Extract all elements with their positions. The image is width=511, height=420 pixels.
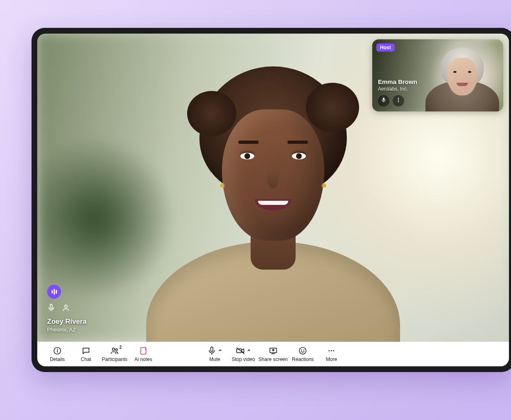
more-horizontal-icon xyxy=(327,346,336,355)
stop-video-label: Stop video xyxy=(232,356,255,362)
meeting-toolbar: Details Chat 2 Participants xyxy=(37,342,509,366)
speaking-indicator-icon xyxy=(47,285,61,299)
pip-mic-button[interactable] xyxy=(378,95,389,107)
app-screen: Host Emma Brown Aerolabs, Inc. xyxy=(37,34,509,366)
svg-point-1 xyxy=(398,100,399,100)
reactions-label: Reactions xyxy=(292,356,314,362)
chevron-up-icon[interactable] xyxy=(246,349,251,353)
svg-rect-3 xyxy=(50,304,52,309)
tablet-frame: Host Emma Brown Aerolabs, Inc. xyxy=(32,28,511,372)
share-screen-label: Share screen xyxy=(258,356,287,362)
ai-notes-label: Ai notes xyxy=(134,356,152,362)
pip-more-button[interactable] xyxy=(393,95,404,107)
speaker-subtitle: Pheonix, AZ xyxy=(47,327,86,333)
participants-icon: 2 xyxy=(110,346,119,355)
chat-icon xyxy=(81,346,90,355)
more-vertical-icon xyxy=(396,97,401,104)
svg-point-4 xyxy=(65,305,68,308)
svg-point-9 xyxy=(115,348,118,350)
svg-point-21 xyxy=(333,350,335,351)
smile-icon xyxy=(298,346,308,355)
host-badge: Host xyxy=(376,43,395,52)
chat-label: Chat xyxy=(81,356,91,362)
video-off-icon xyxy=(236,346,245,355)
person-icon xyxy=(62,304,70,313)
info-icon xyxy=(53,346,62,355)
ai-notes-icon xyxy=(139,346,148,355)
video-stage: Host Emma Brown Aerolabs, Inc. xyxy=(37,34,509,342)
self-view-thumbnail[interactable]: Host Emma Brown Aerolabs, Inc. xyxy=(372,39,503,111)
svg-point-11 xyxy=(146,350,147,351)
svg-rect-10 xyxy=(141,347,146,354)
svg-point-8 xyxy=(112,348,115,350)
pip-name: Emma Brown xyxy=(378,78,417,85)
mic-icon xyxy=(47,304,55,313)
details-button[interactable]: Details xyxy=(44,343,71,365)
mute-label: Mute xyxy=(209,356,220,362)
svg-point-19 xyxy=(329,350,330,351)
stop-video-button[interactable]: Stop video xyxy=(230,343,257,365)
participants-count-badge: 2 xyxy=(119,345,122,350)
pip-subtitle: Aerolabs, Inc. xyxy=(378,86,417,92)
svg-point-17 xyxy=(301,350,302,350)
mute-button[interactable]: Mute xyxy=(201,343,228,365)
pip-info: Emma Brown Aerolabs, Inc. xyxy=(378,78,417,107)
speaker-name: Zoey Rivera xyxy=(47,318,86,326)
speaker-overlay: Zoey Rivera Pheonix, AZ xyxy=(47,285,86,333)
svg-rect-12 xyxy=(211,347,213,351)
mic-icon xyxy=(381,97,387,104)
more-label: More xyxy=(326,356,337,362)
share-screen-icon xyxy=(269,346,278,355)
svg-point-0 xyxy=(398,98,399,99)
participants-button[interactable]: 2 Participants xyxy=(101,343,128,365)
svg-point-2 xyxy=(398,101,399,102)
mic-icon xyxy=(207,346,216,355)
svg-point-18 xyxy=(304,350,304,350)
svg-point-20 xyxy=(331,350,332,351)
ai-notes-button[interactable]: Ai notes xyxy=(130,343,157,365)
chevron-up-icon[interactable] xyxy=(218,349,222,353)
share-screen-button[interactable]: Share screen xyxy=(258,343,287,365)
chat-button[interactable]: Chat xyxy=(72,343,99,365)
svg-point-7 xyxy=(57,349,58,349)
participants-label: Participants xyxy=(102,356,128,362)
reactions-button[interactable]: Reactions xyxy=(289,343,317,365)
details-label: Details xyxy=(50,356,65,362)
svg-point-16 xyxy=(299,347,306,354)
more-button[interactable]: More xyxy=(318,343,345,365)
